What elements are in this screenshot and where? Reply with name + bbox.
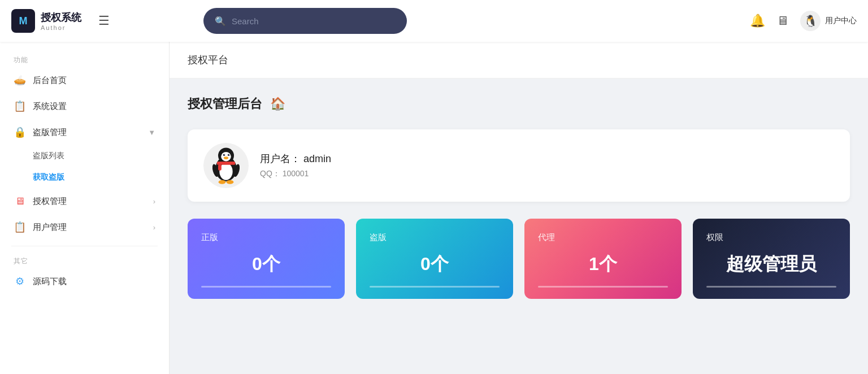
stats-row: 正版 0个 盗版 0个 代理 1个 权限 超级管理员 [188,219,850,299]
stat-value-permission: 超级管理员 [706,252,836,277]
stat-divider-agent [538,286,668,288]
stat-divider-permission [706,286,836,288]
stat-label-genuine: 正版 [201,232,331,243]
svg-point-1 [219,163,232,180]
chevron-right-icon-user: › [153,223,155,232]
sidebar-item-user-label: 用户管理 [33,222,67,233]
chevron-down-icon: ▼ [148,128,155,137]
stat-label-permission: 权限 [706,232,836,243]
sidebar-sub-item-piracy-get-label: 获取盗版 [33,172,64,182]
main-content: 授权平台 授权管理后台 🏠 [170,42,868,374]
sidebar-item-settings-label: 系统设置 [33,101,67,112]
svg-rect-12 [218,164,222,171]
user-area[interactable]: 🐧 用户中心 [800,11,857,31]
sidebar-item-source[interactable]: ⚙ 源码下载 [0,268,169,294]
svg-point-8 [224,154,225,155]
user-icon: 📋 [14,221,26,233]
dashboard-title: 授权管理后台 [188,95,262,112]
sidebar-item-user[interactable]: 📋 用户管理 › [0,214,169,240]
svg-point-7 [228,154,230,156]
sidebar-item-auth-label: 授权管理 [33,196,67,207]
sidebar-section-label-2: 其它 [0,252,169,268]
source-icon: ⚙ [14,275,26,288]
stat-label-piracy: 盗版 [370,232,500,243]
dashboard-icon: 🥧 [14,74,26,86]
stat-card-permission: 权限 超级管理员 [693,219,850,299]
sidebar-item-settings[interactable]: 📋 系统设置 [0,93,169,119]
search-area: 🔍 [181,8,750,34]
svg-rect-11 [217,162,236,165]
user-qq: QQ： 100001 [260,169,331,179]
content-area: 授权管理后台 🏠 [170,79,868,316]
search-icon: 🔍 [215,16,226,27]
header: M 授权系统 Author ☰ 🔍 🔔 🖥 🐧 用户中心 [0,0,868,42]
menu-toggle-button[interactable]: ☰ [98,14,110,28]
svg-point-6 [223,154,225,156]
stat-card-agent: 代理 1个 [524,219,682,299]
svg-point-13 [219,180,226,184]
search-box: 🔍 [203,8,407,34]
sidebar-sub-item-piracy-get[interactable]: 获取盗版 [0,167,169,188]
svg-point-10 [224,156,228,159]
logo-text-block: 授权系统 Author [41,11,81,31]
user-info-card: 用户名： admin QQ： 100001 [188,129,850,202]
sidebar-item-piracy-label: 盗版管理 [33,127,67,138]
chevron-right-icon-auth: › [153,197,155,206]
user-center-label: 用户中心 [825,16,857,26]
stat-card-piracy: 盗版 0个 [356,219,513,299]
stat-card-genuine: 正版 0个 [188,219,345,299]
logo-title: 授权系统 [41,11,81,24]
stat-value-agent: 1个 [538,252,668,277]
bell-icon[interactable]: 🔔 [750,14,765,28]
header-right: 🔔 🖥 🐧 用户中心 [750,11,857,31]
logo-area: M 授权系统 Author ☰ [11,9,181,33]
sidebar-sub-item-piracy-list[interactable]: 盗版列表 [0,145,169,167]
stat-value-piracy: 0个 [370,252,500,277]
piracy-icon: 🔒 [14,126,26,138]
stat-divider-piracy [370,286,500,288]
stat-divider-genuine [201,286,331,288]
sidebar-sub-item-piracy-list-label: 盗版列表 [33,151,64,161]
logo-sub: Author [41,24,81,31]
stat-label-agent: 代理 [538,232,668,243]
user-avatar-header: 🐧 [800,11,821,31]
auth-icon: 🖥 [14,195,26,207]
sidebar: 功能 🥧 后台首页 📋 系统设置 🔒 盗版管理 ▼ 盗版列表 获取盗版 🖥 授权… [0,42,170,374]
user-avatar-large [203,143,249,188]
svg-point-9 [229,154,229,155]
search-input[interactable] [232,16,396,26]
sidebar-item-source-label: 源码下载 [33,276,67,287]
sidebar-item-dashboard-label: 后台首页 [33,75,67,86]
stat-value-genuine: 0个 [201,252,331,277]
sidebar-item-piracy[interactable]: 🔒 盗版管理 ▼ [0,119,169,145]
sidebar-item-dashboard[interactable]: 🥧 后台首页 [0,67,169,93]
logo-icon: M [11,9,35,33]
sidebar-section-label-1: 功能 [0,51,169,67]
user-details: 用户名： admin QQ： 100001 [260,152,331,179]
sidebar-item-auth[interactable]: 🖥 授权管理 › [0,188,169,214]
settings-icon: 📋 [14,100,26,112]
monitor-icon[interactable]: 🖥 [776,14,789,28]
page-title: 授权平台 [188,54,228,66]
layout: 功能 🥧 后台首页 📋 系统设置 🔒 盗版管理 ▼ 盗版列表 获取盗版 🖥 授权… [0,42,868,374]
user-name: 用户名： admin [260,152,331,166]
home-icon-button[interactable]: 🏠 [270,97,285,111]
svg-point-14 [227,180,234,184]
page-header: 授权平台 [170,42,868,79]
dashboard-title-row: 授权管理后台 🏠 [188,95,850,112]
sidebar-divider [11,246,158,246]
